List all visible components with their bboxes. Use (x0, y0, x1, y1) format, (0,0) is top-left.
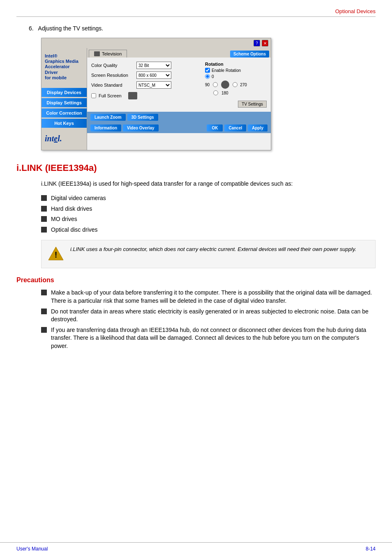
ilink-intro: i.LINK (IEEE1394a) is used for high-spee… (41, 180, 376, 188)
bullet-icon (41, 309, 47, 314)
page-footer: User's Manual 8-14 (0, 542, 392, 555)
screen-resolution-label: Screen Resolution (91, 73, 136, 78)
video-standard-row: Video Standard NTSC_M (91, 81, 197, 89)
fullscreen-label: Full Screen (99, 93, 122, 98)
rotation-270-radio[interactable] (233, 82, 238, 87)
footer-right: 8-14 (366, 546, 376, 552)
dialog-screenshot: ? ✕ Intel® Graphics Media Accelerator Dr… (41, 38, 271, 150)
rotation-0-row: 0 (205, 74, 267, 79)
cancel-button[interactable]: Cancel (224, 124, 246, 131)
information-button[interactable]: Information (90, 124, 121, 131)
fullscreen-row: Full Screen (91, 92, 197, 99)
dialog-sidebar: Intel® Graphics Media Accelerator Driver… (42, 48, 87, 150)
header-section-label: Optional Devices (335, 8, 376, 14)
dialog-logo: Intel® Graphics Media Accelerator Driver… (42, 50, 87, 84)
bullet-icon (41, 206, 47, 212)
list-item: If you are transferring data through an … (41, 326, 376, 350)
ilink-bullet-list: Digital video cameras Hard disk drives M… (41, 194, 376, 234)
step-description: Adjusting the TV settings. (38, 25, 104, 32)
rotation-180-label: 180 (221, 91, 228, 95)
video-standard-select[interactable]: NTSC_M (136, 81, 171, 89)
enable-rotation-label: Enable Rotation (212, 68, 241, 73)
dialog-tab-bar: Television Scheme Options (87, 48, 271, 58)
settings-left-col: Color Quality 32 Bit Screen Resolution 8… (91, 62, 197, 108)
rotation-0-radio[interactable] (205, 74, 210, 79)
footer-left: User's Manual (16, 546, 48, 552)
rotation-90-row: 90 270 (205, 81, 267, 89)
logo-line4: for mobile (45, 75, 67, 80)
rotation-270-label: 270 (240, 83, 247, 87)
rotation-0-label: 0 (212, 74, 214, 79)
enable-rotation-row: Enable Rotation (205, 68, 267, 73)
precautions-heading: Precautions (16, 276, 376, 284)
nav-color-correction[interactable]: Color Correction (42, 108, 87, 117)
list-item: Optical disc drives (41, 226, 376, 234)
warning-text: i.LINK uses a four-pin connector, which … (70, 245, 356, 253)
logo-line3: Accelerator Driver (45, 64, 70, 74)
rotation-panel: Rotation Enable Rotation 0 (205, 62, 267, 95)
nav-color-correction-label: Color Correction (46, 111, 82, 115)
launch-zoom-button[interactable]: Launch Zoom (90, 114, 126, 121)
apply-button[interactable]: Apply (248, 124, 267, 131)
tab-label: Television (102, 51, 122, 56)
section-title: Optional Devices (0, 0, 392, 16)
rotation-radio-group: 0 90 270 (205, 74, 267, 95)
dialog-content-area: Color Quality 32 Bit Screen Resolution 8… (87, 58, 271, 112)
tv-settings-button[interactable]: TV Settings (238, 101, 267, 108)
dialog-body: Intel® Graphics Media Accelerator Driver… (42, 48, 271, 150)
warning-triangle-icon: ! (48, 245, 64, 263)
settings-columns: Color Quality 32 Bit Screen Resolution 8… (91, 62, 267, 108)
logo-line1: Intel® (45, 53, 58, 58)
color-quality-row: Color Quality 32 Bit (91, 62, 197, 69)
rotation-90-label: 90 (205, 83, 210, 87)
3d-settings-button[interactable]: 3D Settings (127, 114, 158, 121)
bullet-icon (41, 216, 47, 222)
ok-button[interactable]: OK (207, 124, 223, 131)
scheme-options-button[interactable]: Scheme Options (230, 51, 269, 58)
nav-display-devices-label: Display Devices (47, 90, 81, 95)
dialog-help-button[interactable]: ? (254, 40, 260, 46)
step-text: 6. Adjusting the TV settings. (29, 25, 376, 32)
color-quality-select[interactable]: 32 Bit (136, 62, 171, 69)
color-quality-label: Color Quality (91, 63, 136, 68)
intel-logo: intel. (42, 129, 87, 148)
list-item: Digital video cameras (41, 194, 376, 203)
dialog-main-panel: Television Scheme Options Color Quality (87, 48, 271, 150)
tv-icon (94, 51, 100, 56)
nav-display-devices[interactable]: Display Devices (42, 88, 87, 97)
rotation-diagram-icon (221, 81, 229, 89)
nav-hot-keys-label: Hot Keys (54, 121, 74, 126)
list-item: Hard disk drives (41, 205, 376, 213)
bullet-icon (41, 290, 47, 295)
dialog-action-row: Information Video Overlay OK Cancel Appl… (87, 123, 271, 133)
nav-display-settings[interactable]: Display Settings (42, 98, 87, 107)
warning-box: ! i.LINK uses a four-pin connector, whic… (41, 240, 376, 268)
video-standard-label: Video Standard (91, 83, 136, 88)
svg-text:!: ! (55, 250, 58, 259)
nav-hot-keys[interactable]: Hot Keys (42, 119, 87, 128)
bullet-icon (41, 227, 47, 233)
rotation-90-radio[interactable] (213, 82, 218, 87)
dialog-bottom-bar: Launch Zoom 3D Settings (87, 112, 271, 123)
dialog-close-button[interactable]: ✕ (262, 40, 268, 46)
rotation-180-row: 180 (213, 90, 267, 95)
ilink-heading: i.LINK (IEEE1394a) (16, 163, 376, 173)
fullscreen-checkbox[interactable] (91, 93, 96, 98)
television-tab[interactable]: Television (89, 50, 127, 58)
step-number: 6. (29, 25, 34, 32)
video-overlay-button[interactable]: Video Overlay (123, 124, 159, 131)
screen-resolution-select[interactable]: 800 x 600 (136, 71, 171, 79)
list-item: MO drives (41, 215, 376, 223)
rotation-title: Rotation (205, 62, 267, 67)
screen-resolution-row: Screen Resolution 800 x 600 (91, 71, 197, 79)
enable-rotation-checkbox[interactable] (205, 68, 210, 73)
settings-right-col: Rotation Enable Rotation 0 (201, 62, 267, 108)
dialog-titlebar: ? ✕ (42, 38, 271, 48)
list-item: Make a back-up of your data before trans… (41, 289, 376, 305)
rotation-180-radio[interactable] (213, 90, 218, 95)
list-item: Do not transfer data in areas where stat… (41, 308, 376, 324)
fullscreen-icon (128, 92, 137, 99)
bullet-icon (41, 327, 47, 333)
precautions-list: Make a back-up of your data before trans… (41, 289, 376, 350)
main-content: 6. Adjusting the TV settings. ? ✕ Intel®… (0, 17, 392, 364)
